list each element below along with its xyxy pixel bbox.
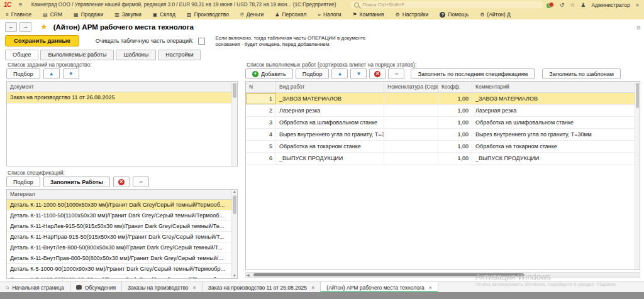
cell-n[interactable]: 6 [246, 153, 276, 164]
table-row[interactable]: Деталь К-11-ВнутЛев-800-50(800х50х30 мм)… [7, 242, 237, 253]
tab-performed-works[interactable]: Выполняемые работы [40, 50, 114, 60]
menu-item-2[interactable]: ▦Продажи [68, 9, 109, 19]
cell-n[interactable]: 4 [246, 129, 276, 140]
save-data-button[interactable]: Сохранить данные [5, 35, 79, 46]
menu-item-4[interactable]: ▣Склад [147, 9, 181, 19]
cell-nomenclature[interactable] [384, 117, 438, 128]
cell-n[interactable]: 1 [246, 93, 276, 104]
back-button[interactable]: ← [5, 22, 17, 32]
material-cell[interactable]: Деталь К-5-1100-90(1100х90х30 мм)/Гранит… [7, 275, 237, 279]
cell-comment[interactable]: _ВЫПУСК ПРОДУКЦИИ [472, 153, 640, 164]
cell-coeff[interactable]: 1,00 [438, 141, 472, 152]
works-horizontal-scrollbar[interactable]: ◀ [245, 272, 640, 278]
cell-nomenclature[interactable] [384, 105, 438, 116]
main-menu-icon[interactable]: ≡ [19, 1, 23, 8]
material-cell[interactable]: Деталь К-5-1000-90(1000х90х30 мм)/Гранит… [7, 264, 237, 274]
menu-item-11[interactable]: ?Помощь [434, 9, 474, 19]
cell-comment[interactable]: Вырез внутреннего угла по граниту, Т=30м… [472, 129, 640, 140]
table-row[interactable]: Деталь К-11-ВнутПрав-800-50(800х50х30 мм… [7, 253, 237, 264]
material-cell[interactable]: Деталь К-11-ВнутПрав-800-50(800х50х30 мм… [7, 253, 237, 263]
cell-work-type[interactable]: Лазерная резка [276, 105, 384, 116]
menu-item-7[interactable]: ♟Персонал [269, 9, 312, 19]
works-delete-button[interactable]: × [369, 68, 386, 79]
table-row[interactable]: Деталь К-11-1100-50(1100х50х30 мм)/Грани… [7, 210, 237, 221]
cell-nomenclature[interactable] [384, 141, 438, 152]
forward-button[interactable]: → [19, 22, 31, 32]
menu-item-8[interactable]: ¤Налоги [312, 9, 347, 19]
cell-work-type[interactable]: Вырез внутреннего угла по граниту, Т=30м… [276, 129, 384, 140]
menu-item-3[interactable]: ▥Закупки [109, 9, 147, 19]
window-tab-1[interactable]: Обсуждения [70, 282, 122, 293]
material-cell[interactable]: Деталь К-11-НарЛев-915-50(915х50х30 мм)/… [7, 221, 237, 231]
favorites-star-icon[interactable]: ☆ [570, 2, 575, 8]
scroll-up-icon[interactable]: ▲ [232, 190, 237, 194]
scroll-left-icon[interactable]: ◀ [247, 273, 250, 278]
cell-work-type[interactable]: Обработка на шлифовальном станке [276, 117, 384, 128]
cell-comment[interactable]: _ЗАВОЗ МАТЕРИАЛОВ [472, 93, 640, 104]
tab-general[interactable]: Общее [5, 50, 38, 60]
menu-item-1[interactable]: ▤CRM [37, 9, 68, 19]
history-icon[interactable]: ↺ [560, 2, 565, 8]
search-input[interactable]: Поиск Ctrl+Shift+F [351, 1, 543, 8]
menu-item-0[interactable]: ≡Главное [0, 9, 37, 19]
orders-vertical-scrollbar[interactable] [231, 82, 237, 166]
menu-item-9[interactable]: ⚑Компания [347, 9, 389, 19]
table-row[interactable]: Деталь К-5-1100-90(1100х90х30 мм)/Гранит… [7, 275, 237, 279]
cell-n[interactable]: 3 [246, 117, 276, 128]
cell-nomenclature[interactable] [384, 153, 438, 164]
order-document-cell[interactable]: Заказ на производство 11 от 26.08.2025 [7, 92, 237, 103]
cell-nomenclature[interactable] [384, 93, 438, 104]
table-row[interactable]: Деталь К-11-НарЛев-915-50(915х50х30 мм)/… [7, 221, 237, 232]
specs-delete-button[interactable]: × [113, 177, 130, 187]
specs-vertical-scrollbar[interactable]: ▲ ▼ [231, 190, 237, 278]
cell-coeff[interactable]: 1,00 [438, 93, 472, 104]
orders-pick-button[interactable]: Подбор [6, 68, 40, 79]
specs-pick-button[interactable]: Подбор [6, 177, 40, 187]
notifications-icon[interactable] [547, 2, 554, 8]
window-tab-0[interactable]: ⌂Начальная страница [0, 282, 70, 293]
works-vertical-scrollbar[interactable] [635, 82, 640, 269]
works-move-down-button[interactable]: ▼ [350, 68, 367, 79]
cell-work-type[interactable]: _ЗАВОЗ МАТЕРИАЛОВ [276, 93, 384, 104]
window-tab-3[interactable]: Заказ на производство 11 от 26.08.2025× [203, 282, 321, 293]
users-icon[interactable]: ♟ [580, 2, 586, 8]
menu-item-12[interactable]: ⚙(Айтон) Д [474, 9, 516, 19]
cell-n[interactable]: 2 [246, 105, 276, 116]
window-tab-4[interactable]: (Айтон) АРМ рабочего места технолога× [321, 282, 438, 293]
material-cell[interactable]: Деталь К-11-ВнутЛев-800-50(800х50х30 мм)… [7, 242, 237, 253]
works-add-button[interactable]: +Добавить [245, 68, 293, 79]
scroll-down-icon[interactable]: ▼ [232, 274, 237, 278]
form-settings-gear-icon[interactable]: ⚙ [636, 25, 641, 31]
works-link-button[interactable]: ∞ [388, 68, 404, 79]
close-icon[interactable]: × [311, 285, 314, 291]
cell-n[interactable]: 5 [246, 141, 276, 152]
table-row[interactable]: 5Обработка на токарном станке1,00Обработ… [246, 141, 640, 153]
cell-comment[interactable]: Обработка на шлифовальном станке [472, 117, 640, 128]
menu-item-5[interactable]: ▧Производство [181, 9, 235, 19]
cell-work-type[interactable]: Обработка на токарном станке [276, 141, 384, 152]
cell-coeff[interactable]: 1,00 [438, 153, 472, 164]
works-pick-button[interactable]: Подбор [296, 68, 330, 79]
table-row[interactable]: Деталь К-11-НарПрав-915-50(915х50х30 мм)… [7, 232, 237, 242]
cell-coeff[interactable]: 1,00 [438, 117, 472, 128]
specs-fill-works-button[interactable]: Заполнить Работы [43, 177, 110, 187]
close-icon[interactable]: × [429, 285, 432, 291]
cell-work-type[interactable]: _ВЫПУСК ПРОДУКЦИИ [276, 153, 384, 164]
table-row[interactable]: Заказ на производство 11 от 26.08.2025 [7, 92, 237, 104]
menu-item-10[interactable]: ⚙Настройки [389, 9, 434, 19]
table-row[interactable]: 4Вырез внутреннего угла по граниту, Т=30… [246, 129, 640, 141]
menu-item-6[interactable]: ℗Деньги [235, 9, 269, 19]
tab-templates[interactable]: Шаблоны [116, 50, 156, 60]
orders-move-up-button[interactable]: ▲ [43, 68, 60, 79]
cell-nomenclature[interactable] [384, 129, 438, 140]
clear-operations-checkbox[interactable] [198, 38, 205, 45]
fill-by-templates-button[interactable]: Заполнить по шаблонам [542, 68, 621, 79]
table-row[interactable]: 6_ВЫПУСК ПРОДУКЦИИ1,00_ВЫПУСК ПРОДУКЦИИ [246, 153, 640, 165]
fill-by-last-specs-button[interactable]: Заполнить по последним спецификациям [411, 68, 535, 79]
material-cell[interactable]: Деталь К-11-1100-50(1100х50х30 мм)/Грани… [7, 210, 237, 220]
material-cell[interactable]: Деталь К-11-НарПрав-915-50(915х50х30 мм)… [7, 232, 237, 242]
table-row[interactable]: Деталь К-5-1000-90(1000х90х30 мм)/Гранит… [7, 264, 237, 275]
favorite-star-icon[interactable]: ★ [40, 23, 48, 31]
specs-link-button[interactable]: ∞ [133, 177, 149, 187]
close-icon[interactable]: × [193, 285, 196, 291]
